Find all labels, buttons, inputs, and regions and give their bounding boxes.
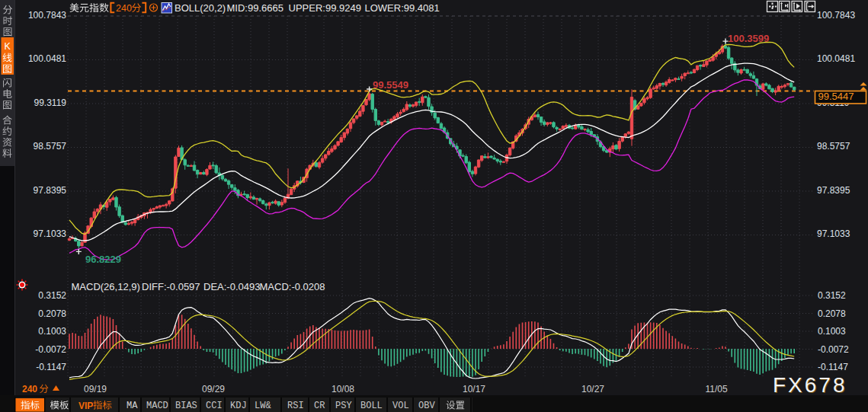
svg-text:96.8229: 96.8229 (85, 254, 121, 265)
svg-text:09/29: 09/29 (202, 384, 225, 394)
svg-text:LOWER:99.4081: LOWER:99.4081 (365, 2, 440, 14)
svg-text:11/05: 11/05 (705, 384, 727, 394)
svg-text:UPPER:99.9249: UPPER:99.9249 (289, 2, 361, 14)
svg-text:0.3152: 0.3152 (818, 290, 846, 301)
svg-text:BOLL(20,2): BOLL(20,2) (175, 2, 226, 14)
svg-text:LW&: LW& (255, 401, 271, 411)
svg-text:99.5447: 99.5447 (818, 91, 854, 102)
svg-text:BIAS: BIAS (175, 401, 197, 411)
svg-text:100.7843: 100.7843 (28, 10, 66, 21)
svg-text:98.5757: 98.5757 (34, 141, 67, 152)
svg-text:MACD:-0.0208: MACD:-0.0208 (260, 281, 325, 292)
svg-text:RSI: RSI (287, 401, 304, 411)
svg-text:-0.1147: -0.1147 (36, 362, 66, 372)
svg-text:-0.0072: -0.0072 (818, 344, 849, 355)
svg-text:0.1003: 0.1003 (818, 326, 846, 337)
svg-text:MA: MA (127, 401, 138, 411)
svg-text:-0.0072: -0.0072 (35, 344, 66, 355)
svg-text:MID:99.6665: MID:99.6665 (227, 2, 283, 14)
svg-text:100.7843: 100.7843 (817, 10, 855, 21)
svg-text:KDJ: KDJ (230, 401, 247, 411)
svg-text:0.2078: 0.2078 (38, 308, 66, 319)
svg-text:97.8395: 97.8395 (34, 185, 67, 196)
svg-text:-0.1147: -0.1147 (818, 362, 848, 372)
svg-text:K: K (5, 41, 11, 52)
svg-text:OBV: OBV (418, 401, 435, 411)
svg-text:09/19: 09/19 (84, 384, 107, 394)
svg-text:0.1003: 0.1003 (38, 326, 66, 337)
svg-text:240: 240 (22, 384, 37, 394)
svg-text:99.5549: 99.5549 (373, 79, 408, 91)
svg-text:240: 240 (116, 3, 132, 14)
svg-text:CCI: CCI (206, 401, 223, 411)
svg-text:99.3119: 99.3119 (34, 97, 67, 108)
svg-text:DIFF:-0.0597: DIFF:-0.0597 (142, 281, 200, 292)
svg-text:100.0481: 100.0481 (817, 53, 855, 64)
svg-text:10/17: 10/17 (463, 384, 485, 394)
svg-text:100.3599: 100.3599 (728, 33, 769, 44)
svg-text:FX678: FX678 (773, 373, 847, 397)
svg-text:100.0481: 100.0481 (28, 53, 66, 64)
svg-text:VOL: VOL (392, 401, 409, 411)
svg-text:PSY: PSY (335, 401, 352, 411)
svg-text:CR: CR (314, 401, 325, 411)
svg-text:MACD: MACD (146, 401, 168, 411)
svg-text:98.5757: 98.5757 (817, 141, 850, 152)
svg-text:BOLL: BOLL (360, 401, 383, 411)
svg-text:10/27: 10/27 (581, 384, 604, 394)
svg-text:MACD(26,12,9): MACD(26,12,9) (72, 281, 140, 292)
svg-text:97.1033: 97.1033 (34, 228, 67, 239)
svg-text:VIP: VIP (78, 401, 93, 411)
svg-text:DEA:-0.0493: DEA:-0.0493 (203, 281, 260, 292)
svg-text:97.1033: 97.1033 (817, 228, 850, 239)
svg-text:10/08: 10/08 (332, 384, 354, 394)
svg-text:0.3152: 0.3152 (38, 290, 66, 301)
svg-text:0.2078: 0.2078 (818, 308, 846, 319)
svg-text:97.8395: 97.8395 (817, 185, 850, 196)
